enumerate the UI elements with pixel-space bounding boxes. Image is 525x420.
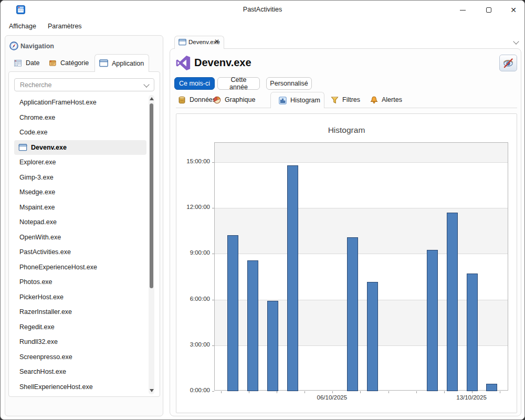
document-tab-devenv[interactable]: Devenv.exe ✕ [174,36,224,49]
sidebar-tab-date[interactable]: Date [9,55,44,71]
y-axis-tick [212,300,214,300]
hide-app-button[interactable] [499,55,517,71]
gridline [215,254,508,254]
histogram-bar[interactable] [467,274,478,391]
scrollbar-thumb[interactable] [150,103,153,288]
period-this-year-button[interactable]: Cette année [217,77,260,90]
x-axis-tick [304,391,305,393]
y-axis-tick [212,391,214,392]
list-item[interactable]: Gimp-3.exe [14,170,146,185]
histogram-bar[interactable] [486,384,497,391]
y-axis-label: 15:00:00 [176,158,210,164]
list-item[interactable]: OpenWith.exe [14,230,146,245]
sidebar-tab-application[interactable]: Application [94,54,149,72]
histogram-bar[interactable] [427,250,438,391]
x-axis-tick [472,391,472,393]
list-item[interactable]: Notepad.exe [14,215,146,230]
x-axis-label: 06/10/2025 [306,394,358,401]
list-item-label: Msedge.exe [19,188,55,196]
main-page: Devenv.exe Ce mois-ci Cette année Person… [170,48,521,416]
list-item-label: PhoneExperienceHost.exe [19,264,97,271]
list-item[interactable]: Devenv.exe [14,140,146,155]
x-axis-tick [388,391,389,393]
list-item-label: ApplicationFrameHost.exe [19,99,97,106]
list-item[interactable]: RazerInstaller.exe [14,304,146,320]
list-item-label: Devenv.exe [31,144,67,151]
list-item[interactable]: PhoneExperienceHost.exe [14,260,146,275]
triangle-up-icon [150,97,154,100]
view-tab-filtres[interactable]: Filtres [331,92,360,108]
list-item[interactable]: Code.exe [14,125,146,140]
list-item-label: Mspaint.exe [19,204,55,211]
view-tab-donnees[interactable]: Données [178,92,216,108]
view-tab-filtres-label: Filtres [342,96,360,103]
list-item[interactable]: Photos.exe [14,275,146,290]
page-title: Devenv.exe [194,57,251,69]
maximize-icon [486,7,491,13]
list-item[interactable]: Msedge.exe [14,185,146,200]
x-axis-tick [500,391,500,393]
scroll-up-button[interactable] [149,95,154,102]
view-tab-histogram-label: Histogram [290,97,320,104]
category-card-icon [48,59,57,67]
app-window-root: PastActivities ✕ Affichage Paramètres Na… [0,0,525,420]
histogram-bar[interactable] [447,213,458,391]
list-item[interactable]: Rundll32.exe [14,334,146,350]
x-axis-tick [444,391,445,393]
search-input[interactable] [15,79,140,90]
minimize-icon [460,10,466,10]
list-item[interactable]: PastActivities.exe [14,245,146,260]
app-window-icon [18,144,27,151]
list-item[interactable]: SearchHost.exe [14,364,146,380]
list-item-label: ShellExperienceHost.exe [19,383,93,391]
histogram-bar[interactable] [367,282,378,391]
close-button[interactable]: ✕ [506,4,521,16]
minimize-button[interactable] [455,4,470,16]
histogram-bar[interactable] [267,301,278,391]
maximize-button[interactable] [481,4,497,16]
x-axis-tick [221,391,222,393]
application-list-panel: ApplicationFrameHost.exeChrome.exeCode.e… [8,71,160,397]
menu-affichage[interactable]: Affichage [7,22,38,31]
list-item[interactable]: Chrome.exe [14,110,146,125]
histogram-bar[interactable] [287,165,298,391]
list-item[interactable]: Explorer.exe [14,155,146,170]
application-list: ApplicationFrameHost.exeChrome.exeCode.e… [14,95,154,394]
chart-band [215,300,508,345]
list-item-label: RazerInstaller.exe [19,308,72,316]
sidebar-tab-categorie[interactable]: Catégorie [44,55,93,71]
scroll-down-button[interactable] [149,387,154,394]
bell-icon [370,96,378,104]
tab-close-icon[interactable]: ✕ [214,38,219,45]
y-axis-tick [212,254,214,254]
list-item[interactable]: PickerHost.exe [14,290,146,305]
list-item[interactable]: ApplicationFrameHost.exe [14,95,146,110]
view-tab-alertes-label: Alertes [382,96,402,103]
list-item-label: Chrome.exe [19,114,55,121]
histogram-bar[interactable] [227,235,238,391]
view-tab-alertes[interactable]: Alertes [370,92,402,108]
scrollbar[interactable] [149,95,154,394]
tab-overflow-chevron-icon[interactable] [513,38,519,44]
list-item[interactable]: Screenpresso.exe [14,350,146,365]
list-item[interactable]: Regedit.exe [14,320,146,335]
histogram-bar[interactable] [347,237,358,391]
pie-chart-icon [213,96,221,104]
y-axis-label: 12:00:00 [176,204,210,210]
list-item-label: Notepad.exe [19,218,57,226]
list-item[interactable]: Mspaint.exe [14,200,146,215]
eye-slash-icon [502,57,514,69]
y-axis-label: 3:00:00 [176,341,210,348]
view-tab-histogram[interactable]: Histogram [270,92,324,108]
bar-chart-icon [279,97,287,104]
list-item-label: Gimp-3.exe [19,174,54,181]
menu-parametres[interactable]: Paramètres [46,22,84,31]
histogram-bar[interactable] [247,260,258,391]
gridline [215,208,508,208]
navigation-panel: Navigation Date [5,35,163,416]
list-item[interactable]: ShellExperienceHost.exe [14,380,146,395]
view-tab-graphique[interactable]: Graphique [213,92,255,108]
period-this-month-button[interactable]: Ce mois-ci [174,77,215,90]
chevron-down-icon[interactable] [143,81,149,87]
period-custom-button[interactable]: Personnalisé [266,77,312,90]
